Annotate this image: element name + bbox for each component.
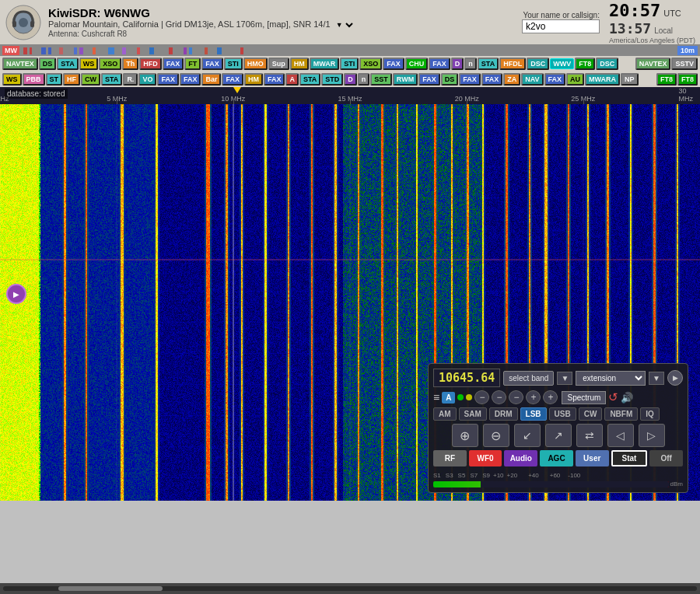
swap-btn[interactable]: ⇄ [576, 424, 603, 447]
band-tick[interactable] [93, 47, 96, 54]
bottom-scrollbar[interactable] [0, 583, 700, 594]
tag-hmo[interactable]: HMO [243, 58, 268, 70]
minus-btn-1[interactable]: − [474, 390, 489, 404]
tag-ws[interactable]: WS [79, 58, 99, 70]
demod-am[interactable]: AM [433, 407, 457, 421]
func-agc[interactable]: AGC [540, 450, 573, 466]
tag-sst[interactable]: SST [370, 73, 392, 86]
tag-th[interactable]: Th [122, 58, 138, 70]
nav-left-btn[interactable]: ◁ [607, 424, 634, 447]
tag-hfdl[interactable]: HFDL [499, 58, 526, 70]
tag-fax6[interactable]: FAX [180, 73, 201, 86]
tag-wwv[interactable]: WWV [550, 58, 574, 69]
tag-a[interactable]: A [285, 73, 299, 86]
tag-sta2[interactable]: STA [478, 58, 499, 70]
tag-fax10[interactable]: FAX [459, 73, 481, 86]
ext-play-btn[interactable]: ▶ [667, 370, 683, 386]
tag-hf[interactable]: HF [63, 73, 80, 86]
ext-dropdown-arrow[interactable]: ▼ [649, 372, 664, 385]
tag-fax9[interactable]: FAX [418, 73, 440, 86]
tag-mwar[interactable]: MWAR [310, 58, 340, 70]
func-audio[interactable]: Audio [504, 450, 537, 466]
tag-ft8-3[interactable]: FT8 [677, 73, 698, 86]
tag-ft[interactable]: FT [184, 58, 201, 70]
tag-fax5[interactable]: FAX [157, 73, 179, 86]
vol-btn[interactable]: 🔊 [621, 392, 633, 404]
band-10m[interactable]: 10m [677, 46, 698, 55]
band-tick[interactable] [240, 47, 243, 54]
band-tick[interactable] [205, 47, 208, 54]
tag-fax3[interactable]: FAX [383, 58, 404, 70]
tag-d[interactable]: D [451, 58, 464, 70]
plus-btn-1[interactable]: + [526, 390, 541, 404]
tag-sstv[interactable]: SSTV [671, 58, 698, 70]
tag-fax7[interactable]: FAX [222, 73, 243, 86]
tag-fax12[interactable]: FAX [544, 73, 566, 86]
spectrum-btn[interactable]: Spectrum [562, 391, 606, 404]
zoom-expand-btn[interactable]: ↗ [545, 424, 572, 447]
band-tick[interactable] [184, 47, 187, 54]
demod-usb[interactable]: USB [549, 407, 576, 421]
tag-st[interactable]: ST [46, 73, 63, 86]
band-tick[interactable] [137, 47, 140, 54]
band-tick[interactable] [23, 47, 27, 54]
func-wf0[interactable]: WF0 [469, 450, 502, 466]
func-off[interactable]: Off [649, 450, 683, 466]
tag-sti2[interactable]: STI [340, 58, 359, 70]
tag-ft8-2[interactable]: FT8 [656, 73, 677, 86]
tag-nav[interactable]: NAV [521, 73, 543, 86]
demod-nbfm[interactable]: NBFM [604, 407, 638, 421]
band-tick[interactable] [108, 47, 114, 54]
band-tick[interactable] [74, 47, 77, 54]
callsign-input[interactable] [522, 19, 600, 33]
demod-sam[interactable]: SAM [459, 407, 487, 421]
band-tick[interactable] [189, 47, 192, 54]
band-tick[interactable] [149, 47, 154, 54]
tag-za[interactable]: ZA [503, 73, 520, 86]
tag-fax4[interactable]: FAX [429, 58, 450, 70]
tag-sta4[interactable]: STA [299, 73, 320, 86]
tag-vo[interactable]: VO [138, 73, 156, 86]
minus-btn-2[interactable]: − [492, 390, 506, 404]
tag-ws2[interactable]: WS [2, 73, 22, 86]
scrollbar-track[interactable] [3, 586, 697, 591]
tag-chu[interactable]: CHU [405, 58, 429, 70]
zoom-out-btn[interactable]: ⊖ [483, 424, 509, 447]
tag-navtex[interactable]: NAVTEX [2, 58, 38, 70]
scrollbar-thumb[interactable] [58, 586, 163, 591]
band-tick[interactable] [30, 47, 32, 54]
extension-select[interactable]: extension [576, 371, 646, 386]
tag-sta3[interactable]: STA [101, 73, 122, 86]
tag-sta[interactable]: STA [57, 58, 78, 70]
tag-hfd[interactable]: HFD [139, 58, 162, 70]
tag-pbb[interactable]: PBB [23, 73, 45, 86]
tag-bar[interactable]: Bar [201, 73, 221, 86]
tag-hm2[interactable]: HM [244, 73, 263, 86]
tag-xso[interactable]: XSO [99, 58, 121, 70]
tag-n2[interactable]: n [358, 73, 370, 86]
snr-dropdown[interactable]: ▼ [333, 20, 355, 30]
plus-btn-2[interactable]: + [543, 390, 558, 404]
band-tick[interactable] [59, 47, 63, 54]
menu-icon[interactable]: ≡ [433, 391, 439, 404]
tag-n[interactable]: n [464, 58, 477, 70]
band-tick[interactable] [217, 47, 222, 54]
func-rf[interactable]: RF [433, 450, 467, 466]
tag-dsc[interactable]: DSC [527, 58, 549, 70]
tag-au[interactable]: AU [566, 73, 584, 86]
tag-ft8[interactable]: FT8 [575, 58, 595, 70]
tag-fax1[interactable]: FAX [163, 58, 184, 70]
tag-ds2[interactable]: DS [441, 73, 459, 86]
select-band-button[interactable]: select band [503, 371, 554, 386]
tag-dsc2[interactable]: DSC [596, 58, 618, 70]
tag-d2[interactable]: D [344, 73, 357, 86]
tag-rwm[interactable]: RWM [393, 73, 418, 86]
tag-sup[interactable]: Sup [268, 58, 289, 70]
mode-a-btn[interactable]: A [442, 392, 455, 404]
band-tick[interactable] [122, 47, 126, 54]
nav-right-btn[interactable]: ▷ [639, 424, 665, 447]
func-stat[interactable]: Stat [611, 450, 648, 466]
band-dropdown-arrow[interactable]: ▼ [557, 372, 572, 385]
tag-hm[interactable]: HM [290, 58, 309, 70]
tag-fax8[interactable]: FAX [264, 73, 285, 86]
